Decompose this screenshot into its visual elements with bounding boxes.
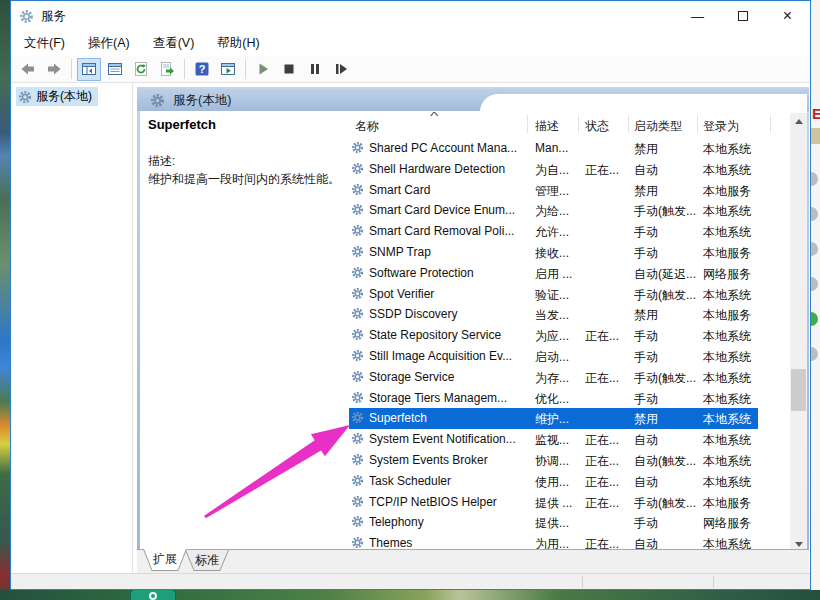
service-row[interactable]: Themes 为用... 正在... 自动 本地系统 — [349, 533, 758, 549]
minimize-button[interactable]: — — [675, 1, 720, 31]
column-header-status[interactable]: 状态 — [585, 118, 609, 135]
maximize-icon — [738, 11, 748, 21]
close-button[interactable]: × — [765, 1, 810, 31]
service-description: 协调... — [535, 453, 581, 470]
service-row[interactable]: State Repository Service 为应... 正在... 手动 … — [349, 325, 758, 346]
service-name: State Repository Service — [369, 328, 531, 342]
service-row[interactable]: TCP/IP NetBIOS Helper 提供 ... 正在... 手动(触发… — [349, 492, 758, 513]
service-status: 正在... — [585, 328, 631, 345]
service-startup-type: 自动 — [634, 432, 700, 449]
column-separator[interactable] — [770, 115, 771, 133]
service-row[interactable]: Shared PC Account Mana... Man... 禁用 本地系统 — [349, 138, 758, 159]
toolbar-separator — [245, 59, 246, 79]
service-row[interactable]: Still Image Acquisition Ev... 启动... 手动 本… — [349, 346, 758, 367]
pause-service-button[interactable] — [303, 58, 327, 81]
service-status: 正在... — [585, 432, 631, 449]
service-logon-as: 网络服务 — [703, 515, 757, 532]
window-title: 服务 — [41, 8, 66, 25]
restart-service-button[interactable] — [329, 58, 353, 81]
menu-item[interactable]: 文件(F) — [14, 31, 75, 56]
column-separator[interactable] — [527, 115, 528, 133]
show-console-tree-button[interactable] — [77, 58, 101, 81]
tab-standard[interactable]: 标准 — [185, 550, 229, 571]
toolbar: ? — [11, 56, 810, 83]
column-separator[interactable] — [628, 115, 629, 133]
menu-item[interactable]: 操作(A) — [78, 31, 140, 56]
menu-item[interactable]: 查看(V) — [143, 31, 205, 56]
service-logon-as: 本地系统 — [703, 349, 757, 366]
service-name: Still Image Acquisition Ev... — [369, 349, 531, 363]
scroll-up-button[interactable] — [790, 113, 807, 130]
statusbar-separator — [713, 576, 714, 588]
service-row[interactable]: SNMP Trap 接收... 手动 本地服务 — [349, 242, 758, 263]
column-header-name[interactable]: 名称 — [355, 118, 379, 135]
service-startup-type: 手动(触发... — [634, 495, 700, 512]
service-row[interactable]: Task Scheduler 使用... 正在... 自动 本地系统 — [349, 471, 758, 492]
service-row[interactable]: Storage Tiers Managem... 优化... 手动 本地系统 — [349, 388, 758, 409]
service-name: System Event Notification... — [369, 432, 531, 446]
start-service-button[interactable] — [251, 58, 275, 81]
service-row[interactable]: Software Protection 启用 ... 自动(延迟... 网络服务 — [349, 263, 758, 284]
service-description: 维护... — [535, 411, 581, 428]
service-description: 启用 ... — [535, 266, 581, 283]
service-row[interactable]: SSDP Discovery 当发... 禁用 本地服务 — [349, 304, 758, 325]
export-list-button[interactable] — [155, 58, 179, 81]
service-row[interactable]: Smart Card 管理... 禁用 本地服务 — [349, 180, 758, 201]
vertical-scrollbar[interactable] — [790, 113, 807, 553]
service-name: Task Scheduler — [369, 474, 531, 488]
service-name: Smart Card Removal Poli... — [369, 224, 531, 238]
service-description: 允许... — [535, 224, 581, 241]
column-header-description[interactable]: 描述 — [535, 118, 559, 135]
service-gear-icon — [351, 245, 364, 258]
column-header-startup-type[interactable]: 启动类型 — [634, 118, 682, 135]
desktop-icon-fragment — [811, 128, 820, 144]
services-gear-icon — [18, 90, 32, 104]
back-button[interactable] — [16, 58, 40, 81]
service-gear-icon — [351, 536, 364, 549]
scrollbar-thumb[interactable] — [791, 369, 806, 411]
service-row[interactable]: Smart Card Removal Poli... 允许... 手动 本地系统 — [349, 221, 758, 242]
sort-ascending-icon: ^ — [430, 111, 438, 122]
service-gear-icon — [351, 162, 364, 175]
service-row[interactable]: Storage Service 为存... 正在... 手动(触发... 本地系… — [349, 367, 758, 388]
maximize-button[interactable] — [720, 1, 765, 31]
extended-view-button[interactable] — [216, 58, 240, 81]
service-gear-icon — [351, 349, 364, 362]
stop-service-button[interactable] — [277, 58, 301, 81]
properties-button[interactable] — [103, 58, 127, 81]
titlebar[interactable]: 服务 — × — [11, 1, 810, 31]
service-row[interactable]: Spot Verifier 验证... 手动(触发... 本地系统 — [349, 284, 758, 305]
service-row[interactable]: System Event Notification... 监视... 正在...… — [349, 429, 758, 450]
service-row[interactable]: Telephony 提供... 手动 网络服务 — [349, 512, 758, 533]
service-row[interactable]: Shell Hardware Detection 为自... 正在... 自动 … — [349, 159, 758, 180]
desktop-badge-icon — [130, 589, 176, 600]
column-separator[interactable] — [578, 115, 579, 133]
service-gear-icon — [351, 370, 364, 383]
forward-button[interactable] — [42, 58, 66, 81]
export-list-icon — [159, 61, 175, 77]
service-row[interactable]: System Events Broker 协调... 正在... 自动(触发..… — [349, 450, 758, 471]
service-description: 监视... — [535, 432, 581, 449]
service-gear-icon — [351, 203, 364, 216]
service-gear-icon — [351, 432, 364, 445]
refresh-button[interactable] — [129, 58, 153, 81]
help-button[interactable]: ? — [190, 58, 214, 81]
svg-text:?: ? — [199, 63, 206, 75]
tab-extended[interactable]: 扩展 — [143, 549, 187, 571]
service-description: 提供 ... — [535, 495, 581, 512]
tree-item-services-local[interactable]: 服务(本地) — [16, 87, 98, 106]
service-status: 正在... — [585, 370, 631, 387]
show-console-tree-icon — [81, 61, 97, 77]
result-pane: 服务(本地) Superfetch 描述: 维护和提高一段时间内的系统性能。 名… — [137, 87, 809, 573]
service-name: Superfetch — [369, 411, 531, 425]
service-row[interactable]: Smart Card Device Enum... 为给... 手动(触发...… — [349, 200, 758, 221]
column-header-logon-as[interactable]: 登录为 — [703, 118, 739, 135]
services-window: 服务 — × 文件(F)操作(A)查看(V)帮助(H) — [10, 0, 811, 590]
menu-item[interactable]: 帮助(H) — [207, 31, 269, 56]
service-startup-type: 手动 — [634, 245, 700, 262]
chevron-up-icon — [795, 119, 803, 124]
column-separator[interactable] — [697, 115, 698, 133]
service-row[interactable]: Superfetch 维护... 禁用 本地系统 — [349, 408, 758, 429]
service-logon-as: 本地服务 — [703, 307, 757, 324]
service-name: Storage Tiers Managem... — [369, 391, 531, 405]
